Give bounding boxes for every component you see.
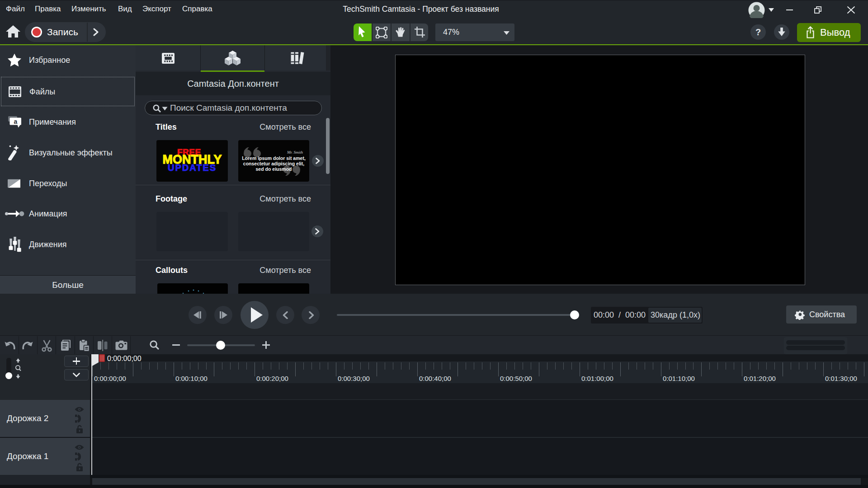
svg-text:a: a [14, 118, 18, 125]
